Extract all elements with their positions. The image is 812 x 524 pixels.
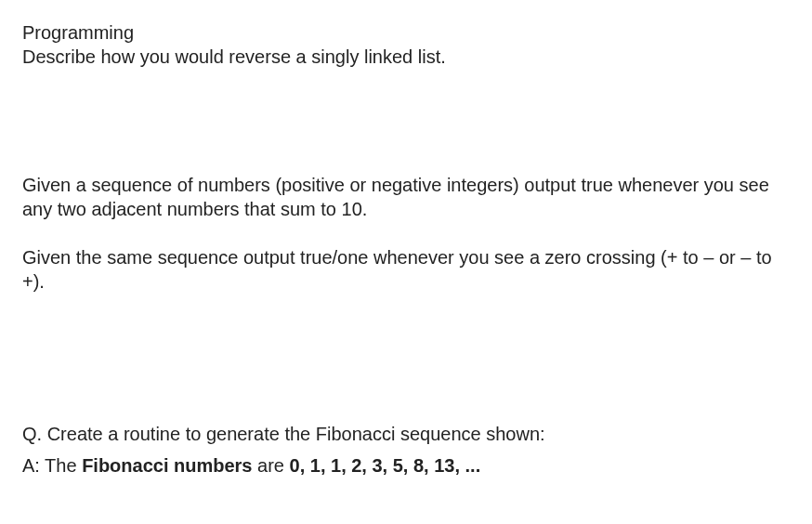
section-heading: Programming (22, 20, 790, 45)
question-4: Q. Create a routine to generate the Fibo… (22, 422, 790, 446)
answer-line: A: The Fibonacci numbers are 0, 1, 1, 2,… (22, 453, 790, 478)
question-3: Given the same sequence output true/one … (22, 245, 790, 294)
spacer (22, 294, 790, 422)
spacer (22, 446, 790, 453)
answer-bold-term: Fibonacci numbers (82, 455, 252, 476)
spacer (22, 69, 790, 173)
answer-bold-sequence: 0, 1, 1, 2, 3, 5, 8, 13, ... (290, 455, 481, 476)
question-1: Describe how you would reverse a singly … (22, 45, 790, 69)
answer-mid: are (253, 455, 290, 476)
spacer (22, 221, 790, 245)
answer-prefix: A: The (22, 455, 82, 476)
document-page: Programming Describe how you would rever… (0, 0, 812, 498)
question-2: Given a sequence of numbers (positive or… (22, 173, 790, 221)
